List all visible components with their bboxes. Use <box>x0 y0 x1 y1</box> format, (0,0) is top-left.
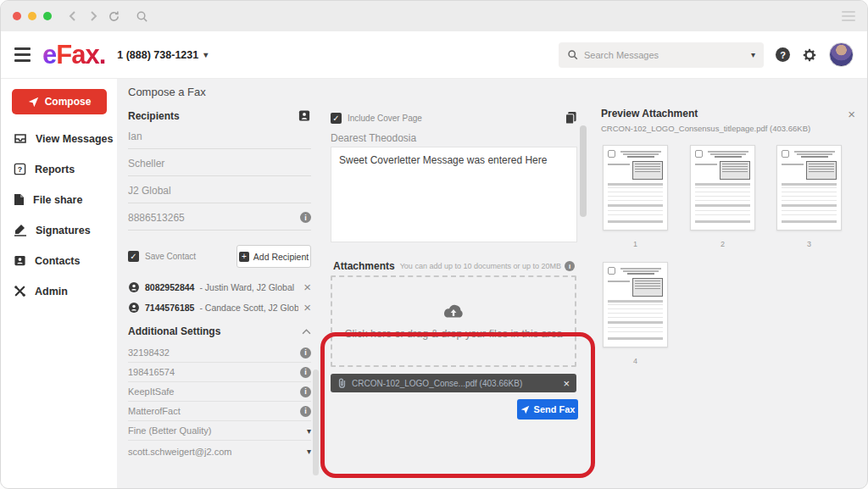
app-header: eFax. 1 (888) 738-1231 ▾ ▾ ? <box>1 31 867 79</box>
info-icon[interactable]: i <box>300 212 311 223</box>
document-page-preview[interactable] <box>603 262 668 347</box>
info-icon[interactable]: i <box>300 386 311 397</box>
company-input[interactable] <box>128 185 311 197</box>
info-icon[interactable]: i <box>300 347 311 358</box>
close-preview-icon[interactable]: × <box>848 108 855 120</box>
cover-subject-field[interactable] <box>331 130 565 147</box>
save-contact-checkbox[interactable]: ✓ Save Contact <box>128 251 196 262</box>
back-icon[interactable] <box>67 10 79 22</box>
search-messages-input[interactable] <box>584 50 751 60</box>
sidebar-item-admin[interactable]: Admin <box>14 285 68 297</box>
fax-number: 1 (888) 738-1231 <box>117 49 198 61</box>
remove-attachment-icon[interactable]: × <box>563 378 570 389</box>
attached-file-chip[interactable]: CRCON-102_LOGO_Conse...pdf (403.66KB) × <box>331 374 576 392</box>
checkbox-checked-icon: ✓ <box>331 113 342 124</box>
last-name-input[interactable] <box>128 158 311 169</box>
recipients-label: Recipients <box>128 110 180 122</box>
sidebar-item-label: File share <box>33 194 82 206</box>
settings-row[interactable]: MatterofFacti <box>128 402 311 421</box>
page-number: 2 <box>690 240 755 248</box>
forward-icon[interactable] <box>87 10 99 22</box>
zoom-window-icon[interactable] <box>43 12 52 20</box>
paper-plane-icon <box>520 405 530 414</box>
sidebar-item-signatures[interactable]: Signatures <box>14 224 91 236</box>
settings-row[interactable]: KeepItSafei <box>128 382 311 402</box>
add-recipient-label: Add Recipient <box>253 252 309 262</box>
sidebar-item-label: View Messages <box>36 133 114 145</box>
chevron-up-icon <box>302 329 311 335</box>
page-thumbnail[interactable]: 1 <box>603 145 668 248</box>
page-thumbnail[interactable]: 2 <box>690 145 755 248</box>
sender-email-select[interactable]: scott.schweigert@j2.com▾ <box>128 442 311 461</box>
settings-value: 198416574 <box>128 367 175 377</box>
sidebar-item-view-messages[interactable]: View Messages <box>14 132 114 145</box>
efax-logo: eFax. <box>42 42 105 68</box>
gear-icon <box>802 47 817 63</box>
middle-scrollbar[interactable] <box>580 125 587 217</box>
page-thumbnail[interactable]: 4 <box>603 262 668 365</box>
file-dropzone[interactable]: Click here or drag & drop your files in … <box>331 275 576 367</box>
additional-settings-label: Additional Settings <box>128 325 220 337</box>
remove-recipient-icon[interactable]: × <box>303 281 311 293</box>
browser-menu-icon[interactable] <box>842 11 855 21</box>
document-page-preview[interactable] <box>776 145 842 231</box>
file-icon <box>14 193 25 206</box>
cover-subject-input[interactable] <box>331 132 565 144</box>
recipient-last-name-field[interactable] <box>128 151 311 176</box>
sidebar-item-contacts[interactable]: Contacts <box>14 254 80 267</box>
send-fax-button[interactable]: Send Fax <box>517 399 578 420</box>
page-title: Compose a Fax <box>128 86 206 98</box>
refresh-icon[interactable] <box>108 10 120 23</box>
remove-recipient-icon[interactable]: × <box>303 301 311 314</box>
compose-button[interactable]: Compose <box>12 89 107 114</box>
document-page-preview[interactable] <box>690 145 755 231</box>
save-contact-label: Save Contact <box>145 252 196 261</box>
sidebar-item-label: Reports <box>35 164 75 175</box>
sidebar-item-reports[interactable]: ? Reports <box>14 163 75 175</box>
fax-number-input[interactable] <box>128 212 300 224</box>
help-button[interactable]: ? <box>776 47 790 62</box>
help-icon: ? <box>776 47 790 62</box>
close-window-icon[interactable] <box>13 12 21 20</box>
user-avatar[interactable] <box>829 42 854 67</box>
additional-settings-header[interactable]: Additional Settings <box>128 325 311 337</box>
copy-templates-icon[interactable] <box>565 111 577 125</box>
info-icon[interactable]: i <box>300 406 311 417</box>
left-scrollbar[interactable] <box>313 370 319 475</box>
page-thumbnail[interactable]: 3 <box>776 145 842 248</box>
browser-toolbar <box>1 1 867 31</box>
chevron-down-icon: ▾ <box>307 426 311 436</box>
browser-window: eFax. 1 (888) 738-1231 ▾ ▾ ? Compose Vie… <box>0 0 868 489</box>
plus-icon: + <box>239 252 249 262</box>
settings-row[interactable]: 198416574i <box>128 363 311 382</box>
logo-e: e <box>42 40 56 69</box>
address-search-icon[interactable] <box>136 10 148 23</box>
fax-number-selector[interactable]: 1 (888) 738-1231 ▾ <box>117 49 208 61</box>
cover-message-textarea[interactable]: Sweet Coverletter Message was entered He… <box>331 147 577 242</box>
app-menu-icon[interactable] <box>14 47 31 62</box>
search-messages-box[interactable]: ▾ <box>559 42 764 68</box>
sidebar-item-file-share[interactable]: File share <box>14 193 82 206</box>
add-recipient-button[interactable]: + Add Recipient <box>236 245 311 268</box>
recipient-company-field[interactable] <box>128 178 311 203</box>
settings-button[interactable] <box>802 47 817 63</box>
quality-value: Fine (Better Quality) <box>128 425 211 436</box>
document-page-preview[interactable] <box>603 145 668 231</box>
search-filter-chevron-icon[interactable]: ▾ <box>751 50 755 59</box>
recipient-first-name-field[interactable] <box>128 124 311 149</box>
address-book-icon[interactable] <box>298 109 311 122</box>
page-number: 4 <box>603 357 668 365</box>
minimize-window-icon[interactable] <box>28 12 36 20</box>
signature-pen-icon <box>14 224 27 236</box>
include-cover-checkbox[interactable]: ✓ Include Cover Page <box>331 113 565 124</box>
recipient-chip: 8082952844 - Justin Ward, J2 Global × <box>128 281 311 293</box>
paper-plane-icon <box>28 97 39 108</box>
admin-tools-icon <box>14 285 26 297</box>
settings-row[interactable]: 32198432i <box>128 343 311 363</box>
info-icon[interactable]: i <box>300 367 311 378</box>
quality-select[interactable]: Fine (Better Quality)▾ <box>128 421 311 441</box>
recipient-fax-number-field[interactable]: i <box>128 205 311 231</box>
info-icon[interactable]: i <box>565 261 575 271</box>
settings-value: KeepItSafe <box>128 386 174 397</box>
first-name-input[interactable] <box>128 131 311 142</box>
